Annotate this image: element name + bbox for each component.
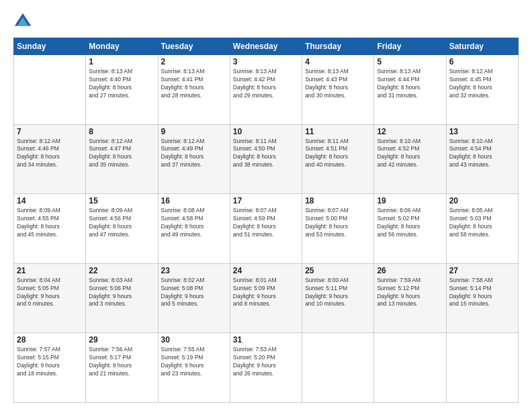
day-number: 27 bbox=[449, 266, 515, 275]
day-number: 15 bbox=[89, 196, 154, 205]
day-info: Sunrise: 7:59 AM Sunset: 5:12 PM Dayligh… bbox=[377, 277, 443, 309]
day-info: Sunrise: 8:03 AM Sunset: 5:06 PM Dayligh… bbox=[89, 277, 154, 309]
day-info: Sunrise: 7:58 AM Sunset: 5:14 PM Dayligh… bbox=[449, 277, 515, 309]
day-info: Sunrise: 7:56 AM Sunset: 5:17 PM Dayligh… bbox=[89, 346, 154, 378]
day-number: 14 bbox=[17, 196, 83, 205]
calendar-cell: 21Sunrise: 8:04 AM Sunset: 5:05 PM Dayli… bbox=[14, 263, 86, 333]
weekday-header-tuesday: Tuesday bbox=[158, 38, 230, 55]
day-info: Sunrise: 8:13 AM Sunset: 4:41 PM Dayligh… bbox=[161, 68, 227, 100]
calendar-cell: 28Sunrise: 7:57 AM Sunset: 5:15 PM Dayli… bbox=[14, 333, 86, 403]
calendar-body: 1Sunrise: 8:13 AM Sunset: 4:40 PM Daylig… bbox=[14, 55, 519, 403]
calendar-cell: 10Sunrise: 8:11 AM Sunset: 4:50 PM Dayli… bbox=[230, 124, 302, 194]
day-number: 3 bbox=[233, 57, 299, 66]
calendar-cell: 7Sunrise: 8:12 AM Sunset: 4:46 PM Daylig… bbox=[14, 124, 86, 194]
day-number: 9 bbox=[161, 127, 227, 136]
day-number: 7 bbox=[17, 127, 83, 136]
day-number: 29 bbox=[89, 335, 154, 345]
day-number: 31 bbox=[233, 335, 299, 345]
calendar-week-1: 1Sunrise: 8:13 AM Sunset: 4:40 PM Daylig… bbox=[14, 55, 519, 125]
day-number: 24 bbox=[233, 266, 299, 275]
logo-icon bbox=[13, 12, 32, 31]
day-number: 21 bbox=[17, 266, 83, 275]
day-number: 2 bbox=[161, 57, 227, 66]
day-info: Sunrise: 8:01 AM Sunset: 5:09 PM Dayligh… bbox=[233, 277, 299, 309]
calendar-cell: 11Sunrise: 8:11 AM Sunset: 4:51 PM Dayli… bbox=[302, 124, 374, 194]
weekday-header-saturday: Saturday bbox=[446, 38, 518, 55]
day-number: 11 bbox=[305, 127, 371, 136]
calendar-cell: 19Sunrise: 8:06 AM Sunset: 5:02 PM Dayli… bbox=[374, 194, 446, 264]
calendar-cell: 18Sunrise: 8:07 AM Sunset: 5:00 PM Dayli… bbox=[302, 194, 374, 264]
calendar-cell: 26Sunrise: 7:59 AM Sunset: 5:12 PM Dayli… bbox=[374, 263, 446, 333]
calendar-cell: 16Sunrise: 8:08 AM Sunset: 4:58 PM Dayli… bbox=[158, 194, 230, 264]
day-number: 20 bbox=[449, 196, 515, 205]
day-info: Sunrise: 8:00 AM Sunset: 5:11 PM Dayligh… bbox=[305, 277, 371, 309]
weekday-header-friday: Friday bbox=[374, 38, 446, 55]
day-info: Sunrise: 8:12 AM Sunset: 4:46 PM Dayligh… bbox=[17, 138, 83, 170]
day-info: Sunrise: 7:53 AM Sunset: 5:20 PM Dayligh… bbox=[233, 346, 299, 378]
day-number: 8 bbox=[89, 127, 154, 136]
calendar-cell: 4Sunrise: 8:13 AM Sunset: 4:43 PM Daylig… bbox=[302, 55, 374, 125]
day-number: 6 bbox=[449, 57, 515, 66]
calendar-cell: 12Sunrise: 8:10 AM Sunset: 4:52 PM Dayli… bbox=[374, 124, 446, 194]
day-number: 23 bbox=[161, 266, 227, 275]
calendar-cell: 22Sunrise: 8:03 AM Sunset: 5:06 PM Dayli… bbox=[86, 263, 158, 333]
calendar-cell: 8Sunrise: 8:12 AM Sunset: 4:47 PM Daylig… bbox=[86, 124, 158, 194]
weekday-header-sunday: Sunday bbox=[14, 38, 86, 55]
day-number: 22 bbox=[89, 266, 154, 275]
day-info: Sunrise: 8:13 AM Sunset: 4:44 PM Dayligh… bbox=[377, 68, 443, 100]
day-number: 12 bbox=[377, 127, 443, 136]
day-info: Sunrise: 7:55 AM Sunset: 5:19 PM Dayligh… bbox=[161, 346, 227, 378]
calendar-cell: 9Sunrise: 8:12 AM Sunset: 4:49 PM Daylig… bbox=[158, 124, 230, 194]
calendar-cell: 31Sunrise: 7:53 AM Sunset: 5:20 PM Dayli… bbox=[230, 333, 302, 403]
day-number: 1 bbox=[89, 57, 154, 66]
day-info: Sunrise: 8:09 AM Sunset: 4:56 PM Dayligh… bbox=[89, 207, 154, 239]
calendar-week-3: 14Sunrise: 8:09 AM Sunset: 4:55 PM Dayli… bbox=[14, 194, 519, 264]
weekday-row: SundayMondayTuesdayWednesdayThursdayFrid… bbox=[14, 38, 519, 55]
day-number: 19 bbox=[377, 196, 443, 205]
day-info: Sunrise: 8:04 AM Sunset: 5:05 PM Dayligh… bbox=[17, 277, 83, 309]
calendar-week-5: 28Sunrise: 7:57 AM Sunset: 5:15 PM Dayli… bbox=[14, 333, 519, 403]
calendar-week-4: 21Sunrise: 8:04 AM Sunset: 5:05 PM Dayli… bbox=[14, 263, 519, 333]
day-info: Sunrise: 7:57 AM Sunset: 5:15 PM Dayligh… bbox=[17, 346, 83, 378]
calendar-cell: 17Sunrise: 8:07 AM Sunset: 4:59 PM Dayli… bbox=[230, 194, 302, 264]
day-info: Sunrise: 8:13 AM Sunset: 4:42 PM Dayligh… bbox=[233, 68, 299, 100]
day-number: 26 bbox=[377, 266, 443, 275]
day-info: Sunrise: 8:09 AM Sunset: 4:55 PM Dayligh… bbox=[17, 207, 83, 239]
calendar-cell: 6Sunrise: 8:12 AM Sunset: 4:45 PM Daylig… bbox=[446, 55, 518, 125]
day-info: Sunrise: 8:10 AM Sunset: 4:54 PM Dayligh… bbox=[449, 138, 515, 170]
day-info: Sunrise: 8:12 AM Sunset: 4:49 PM Dayligh… bbox=[161, 138, 227, 170]
day-number: 18 bbox=[305, 196, 371, 205]
calendar-cell: 30Sunrise: 7:55 AM Sunset: 5:19 PM Dayli… bbox=[158, 333, 230, 403]
day-number: 17 bbox=[233, 196, 299, 205]
weekday-header-wednesday: Wednesday bbox=[230, 38, 302, 55]
day-info: Sunrise: 8:02 AM Sunset: 5:08 PM Dayligh… bbox=[161, 277, 227, 309]
calendar-cell: 13Sunrise: 8:10 AM Sunset: 4:54 PM Dayli… bbox=[446, 124, 518, 194]
day-number: 5 bbox=[377, 57, 443, 66]
day-number: 10 bbox=[233, 127, 299, 136]
day-info: Sunrise: 8:08 AM Sunset: 4:58 PM Dayligh… bbox=[161, 207, 227, 239]
day-info: Sunrise: 8:07 AM Sunset: 4:59 PM Dayligh… bbox=[233, 207, 299, 239]
day-number: 28 bbox=[17, 335, 83, 345]
calendar-cell bbox=[446, 333, 518, 403]
weekday-header-thursday: Thursday bbox=[302, 38, 374, 55]
calendar-cell: 1Sunrise: 8:13 AM Sunset: 4:40 PM Daylig… bbox=[86, 55, 158, 125]
day-info: Sunrise: 8:12 AM Sunset: 4:47 PM Dayligh… bbox=[89, 138, 154, 170]
page: SundayMondayTuesdayWednesdayThursdayFrid… bbox=[0, 0, 532, 411]
day-info: Sunrise: 8:13 AM Sunset: 4:43 PM Dayligh… bbox=[305, 68, 371, 100]
day-number: 13 bbox=[449, 127, 515, 136]
day-number: 30 bbox=[161, 335, 227, 345]
calendar-cell bbox=[374, 333, 446, 403]
day-info: Sunrise: 8:10 AM Sunset: 4:52 PM Dayligh… bbox=[377, 138, 443, 170]
calendar-cell bbox=[14, 55, 86, 125]
logo bbox=[13, 12, 35, 31]
calendar-week-2: 7Sunrise: 8:12 AM Sunset: 4:46 PM Daylig… bbox=[14, 124, 519, 194]
calendar-cell: 5Sunrise: 8:13 AM Sunset: 4:44 PM Daylig… bbox=[374, 55, 446, 125]
calendar-header: SundayMondayTuesdayWednesdayThursdayFrid… bbox=[14, 38, 519, 55]
day-info: Sunrise: 8:13 AM Sunset: 4:40 PM Dayligh… bbox=[89, 68, 154, 100]
calendar-cell: 29Sunrise: 7:56 AM Sunset: 5:17 PM Dayli… bbox=[86, 333, 158, 403]
calendar-cell: 2Sunrise: 8:13 AM Sunset: 4:41 PM Daylig… bbox=[158, 55, 230, 125]
calendar-cell: 3Sunrise: 8:13 AM Sunset: 4:42 PM Daylig… bbox=[230, 55, 302, 125]
day-number: 4 bbox=[305, 57, 371, 66]
calendar-cell bbox=[302, 333, 374, 403]
day-info: Sunrise: 8:07 AM Sunset: 5:00 PM Dayligh… bbox=[305, 207, 371, 239]
